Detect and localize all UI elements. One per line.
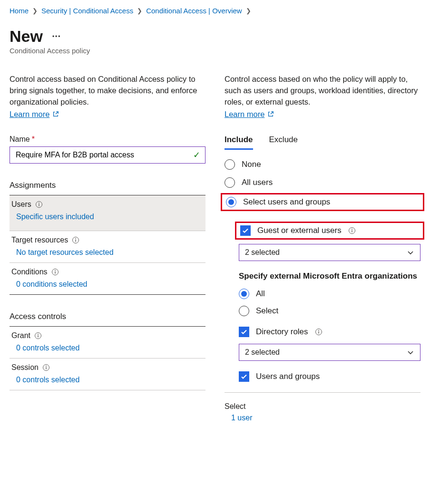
divider xyxy=(225,392,420,393)
roles-dd-value: 2 selected xyxy=(245,348,280,357)
session-value-link[interactable]: 0 controls selected xyxy=(16,376,79,384)
checkbox-guest-external[interactable]: Guest or external users xyxy=(235,222,424,240)
info-icon[interactable] xyxy=(34,332,42,339)
org-all-label: All xyxy=(256,289,265,299)
users-groups-label: Users and groups xyxy=(256,372,320,381)
tab-include[interactable]: Include xyxy=(225,135,253,150)
radio-icon xyxy=(225,177,235,188)
svg-point-7 xyxy=(55,270,56,271)
left-column: Control access based on Conditional Acce… xyxy=(10,74,205,390)
radio-all-users-label: All users xyxy=(242,178,273,187)
radio-org-all[interactable]: All xyxy=(239,289,420,299)
radio-select-users-groups[interactable]: Select users and groups xyxy=(221,193,424,211)
session-label: Session xyxy=(11,363,39,372)
org-select-label: Select xyxy=(256,306,278,316)
more-actions-button[interactable]: ••• xyxy=(52,33,61,40)
select-value-link[interactable]: 1 user xyxy=(231,414,252,422)
radio-selected-icon xyxy=(239,289,249,299)
guest-types-dropdown[interactable]: 2 selected xyxy=(239,244,420,261)
svg-rect-8 xyxy=(55,271,55,274)
svg-rect-20 xyxy=(318,331,319,334)
breadcrumb-ca-overview[interactable]: Conditional Access | Overview xyxy=(146,7,242,15)
target-resources-block[interactable]: Target resources xyxy=(10,231,205,245)
checkbox-directory-roles[interactable]: Directory roles xyxy=(239,327,420,337)
info-icon[interactable] xyxy=(315,328,322,336)
users-value-link[interactable]: Specific users included xyxy=(16,213,94,221)
left-intro-text: Control access based on Conditional Acce… xyxy=(10,74,205,108)
grant-label: Grant xyxy=(11,331,30,340)
select-label: Select xyxy=(225,402,420,411)
conditions-value-link[interactable]: 0 conditions selected xyxy=(16,280,87,288)
guest-dd-value: 2 selected xyxy=(245,248,280,257)
learn-more-left[interactable]: Learn more xyxy=(10,110,59,119)
session-block[interactable]: Session xyxy=(10,359,205,373)
conditions-label: Conditions xyxy=(11,268,48,276)
users-label: Users xyxy=(11,200,31,209)
svg-rect-14 xyxy=(46,367,46,369)
required-asterisk: * xyxy=(32,135,35,143)
assignments-heading: Assignments xyxy=(10,181,205,190)
target-value-link[interactable]: No target resources selected xyxy=(16,248,114,256)
svg-point-10 xyxy=(38,334,39,335)
checkbox-checked-icon xyxy=(239,371,249,382)
name-input[interactable] xyxy=(15,150,193,160)
svg-point-19 xyxy=(318,330,319,331)
chevron-right-icon: ❯ xyxy=(32,7,38,14)
chevron-down-icon xyxy=(407,349,414,356)
access-controls-heading: Access controls xyxy=(10,312,205,321)
right-intro-text: Control access based on who the policy w… xyxy=(225,74,420,108)
svg-point-1 xyxy=(39,203,39,204)
svg-rect-11 xyxy=(38,335,38,338)
divider xyxy=(10,294,205,295)
radio-none-label: None xyxy=(242,160,261,169)
page-subtitle: Conditional Access policy xyxy=(10,47,420,55)
divider xyxy=(10,390,205,390)
right-column: Control access based on who the policy w… xyxy=(225,74,420,428)
users-block[interactable]: Users Specific users included xyxy=(10,195,205,231)
radio-selected-icon xyxy=(226,197,236,207)
learn-more-label: Learn more xyxy=(10,110,49,119)
page-title: New xyxy=(10,27,43,46)
radio-icon xyxy=(239,306,249,316)
breadcrumb-security-ca[interactable]: Security | Conditional Access xyxy=(41,7,133,15)
include-exclude-tabs: Include Exclude xyxy=(225,135,420,150)
tab-exclude[interactable]: Exclude xyxy=(269,135,298,150)
guest-external-label: Guest or external users xyxy=(257,226,342,235)
checkbox-users-and-groups[interactable]: Users and groups xyxy=(239,371,420,382)
radio-icon xyxy=(225,159,235,170)
name-label: Name* xyxy=(10,135,205,144)
info-icon[interactable] xyxy=(72,236,79,244)
radio-select-label: Select users and groups xyxy=(243,197,330,207)
info-icon[interactable] xyxy=(348,227,356,234)
radio-org-select[interactable]: Select xyxy=(239,306,420,316)
checkbox-checked-icon xyxy=(239,327,249,337)
svg-rect-5 xyxy=(75,240,76,242)
radio-all-users[interactable]: All users xyxy=(225,177,420,188)
checkbox-checked-icon xyxy=(240,225,251,236)
info-icon[interactable] xyxy=(42,364,50,371)
svg-point-16 xyxy=(352,229,352,230)
specify-orgs-heading: Specify external Microsoft Entra organiz… xyxy=(239,271,420,282)
grant-block[interactable]: Grant xyxy=(10,327,205,341)
conditions-block[interactable]: Conditions xyxy=(10,263,205,277)
info-icon[interactable] xyxy=(35,201,43,208)
learn-more-label: Learn more xyxy=(225,110,264,119)
chevron-right-icon: ❯ xyxy=(137,7,142,14)
chevron-right-icon: ❯ xyxy=(246,7,251,14)
info-icon[interactable] xyxy=(51,268,59,276)
directory-roles-dropdown[interactable]: 2 selected xyxy=(239,344,420,361)
external-link-icon xyxy=(52,111,59,117)
breadcrumb: Home ❯ Security | Conditional Access ❯ C… xyxy=(10,7,420,15)
grant-value-link[interactable]: 0 controls selected xyxy=(16,344,79,352)
svg-point-4 xyxy=(75,238,76,239)
target-label: Target resources xyxy=(11,236,68,244)
radio-none[interactable]: None xyxy=(225,159,420,170)
validation-checkmark-icon: ✓ xyxy=(193,150,200,160)
learn-more-right[interactable]: Learn more xyxy=(225,110,274,119)
directory-roles-label: Directory roles xyxy=(256,327,308,337)
name-input-wrapper: ✓ xyxy=(10,146,205,164)
external-link-icon xyxy=(267,111,274,117)
svg-rect-2 xyxy=(39,204,39,206)
breadcrumb-home[interactable]: Home xyxy=(10,7,29,15)
svg-point-13 xyxy=(46,366,47,367)
